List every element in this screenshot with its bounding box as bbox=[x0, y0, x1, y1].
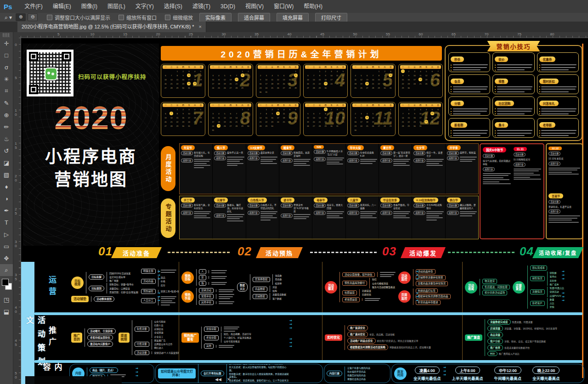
screen-mode-icon[interactable]: ⬓ bbox=[0, 305, 13, 317]
mindmap-node: 激活站内沉默客户 bbox=[87, 341, 116, 347]
tab-close-icon[interactable]: × bbox=[198, 22, 201, 32]
micro-text bbox=[219, 301, 234, 305]
option-button-打印尺寸[interactable]: 打印尺寸 bbox=[315, 13, 347, 22]
node-circle: 页面 监控 bbox=[398, 290, 411, 303]
overlay-close-icon[interactable]: ✕ bbox=[227, 377, 231, 382]
healing-brush-tool[interactable]: ⊕ bbox=[0, 109, 13, 121]
mindmap-node: 推广 目的活动曝光、引流获客老客持续运营转化激活站内沉默客户 bbox=[71, 328, 116, 347]
menu-文件(F)[interactable]: 文件(F) bbox=[19, 0, 47, 13]
node-children: 活动全面放量，提升转化预售商品尾款催付短信公众号模板消息服务号活动提醒及推送社群… bbox=[339, 272, 396, 302]
node-x: 营销活动/个人号裂变矩阵 bbox=[154, 351, 179, 354]
event-name: 6.18狂欢购物节 bbox=[413, 198, 438, 203]
crop-tool[interactable]: ⌗ bbox=[0, 85, 13, 97]
node-cluster: 如何提高公众号图文打开率！会打开率的标题提问互动式：阅读与自己有关的文章是每个人… bbox=[158, 364, 289, 383]
checkbox-icon[interactable] bbox=[165, 15, 170, 20]
node-x: 加购 bbox=[272, 289, 277, 292]
checkbox-icon[interactable] bbox=[47, 15, 52, 20]
mindmap-node: 活动流量营销活动/个人号裂变矩阵 bbox=[135, 350, 179, 356]
event-column: 年货节活动主题新年献大礼，年货提前购适用行业 bbox=[180, 144, 212, 194]
brush-tool[interactable]: ✏ bbox=[0, 121, 13, 133]
rewind-icon[interactable]: ◀◀ bbox=[215, 377, 221, 382]
mindmap-node: 免费/付费占比 bbox=[550, 287, 564, 289]
node-pill: 会打开率的标题 bbox=[201, 371, 224, 376]
menu-编辑(E)[interactable]: 编辑(E) bbox=[48, 0, 76, 13]
menu-文字(Y)[interactable]: 文字(Y) bbox=[130, 0, 159, 13]
send-time: 凌晨4:00 bbox=[415, 367, 440, 374]
node-x: 选品 bbox=[161, 276, 165, 279]
mindmap-node: 如何提高公众号图文打开率！会打开率的标题提问互动式：阅读与自己有关的文章是每个人… bbox=[158, 364, 289, 383]
year-end-event: 12.12活动主题12.12年末狂欢适用行业 bbox=[548, 147, 580, 190]
eyedropper-tool[interactable]: ✎ bbox=[0, 97, 13, 109]
micro-text bbox=[211, 270, 227, 273]
menu-视图(V)[interactable]: 视图(V) bbox=[240, 0, 269, 13]
quick-mask-icon[interactable]: ◳ bbox=[0, 294, 13, 305]
node-children: 流量渠道数据客户数据 bbox=[270, 293, 286, 300]
path-select-tool[interactable]: ▷ bbox=[0, 228, 13, 240]
option-button-适合屏幕[interactable]: 适合屏幕 bbox=[238, 13, 270, 22]
toolbar-grip[interactable] bbox=[3, 33, 10, 37]
node-x: 朋友圈广告 bbox=[154, 339, 166, 342]
menu-滤镜(T)[interactable]: 滤镜(T) bbox=[187, 0, 215, 13]
clone-stamp-tool[interactable]: ♨ bbox=[0, 133, 13, 145]
menu-图层(L)[interactable]: 图层(L) bbox=[102, 0, 130, 13]
event-column: 情人节活动主题爱你不止这一天适用行业 bbox=[213, 144, 245, 194]
node-x: 有价值的干货内容 bbox=[347, 370, 366, 373]
document-canvas[interactable]: 扫码可以获得小程序扶持 2020 小程序电商 营销地图 2020营销日历&全年营… bbox=[21, 38, 588, 384]
zoom-in-button[interactable]: ⊕ bbox=[16, 13, 26, 21]
move-tool[interactable]: ✛ bbox=[0, 37, 13, 49]
event-theme: 佳节气氛浓郁，花好月圆过中秋 bbox=[483, 159, 511, 166]
phase-cell: 推广 目的活动曝光、引流获客老客持续运营转化激活站内沉默客户渠道 梳理免费流量公… bbox=[69, 315, 179, 360]
option-button-填充屏幕[interactable]: 填充屏幕 bbox=[277, 13, 309, 22]
mindmap-node: 目标拆解回顾2019年活动效果设定同比增长率推广预算 bbox=[89, 272, 138, 282]
menu-图像(I)[interactable]: 图像(I) bbox=[76, 0, 102, 13]
event-name: 520 bbox=[314, 145, 324, 149]
blur-tool[interactable]: ♦ bbox=[0, 181, 13, 192]
node-x: 客户数据 bbox=[272, 297, 282, 300]
foreground-color-swatch[interactable] bbox=[2, 279, 9, 286]
node-x: 推广预算 bbox=[109, 279, 119, 282]
zoom-tool-icon[interactable]: ⌕ ▾ bbox=[5, 14, 12, 21]
option-button-实际像素[interactable]: 实际像素 bbox=[199, 13, 232, 22]
tip-label: 集卡 bbox=[495, 122, 508, 128]
calendar-month: 一二三四五六日123456789101112131415161718192021… bbox=[161, 102, 205, 136]
node-obox: 预售商品尾款催付 bbox=[342, 281, 367, 286]
zoom-out-button[interactable]: ⊖ bbox=[28, 13, 38, 21]
option-checkbox[interactable]: 缩放所有窗口 bbox=[119, 14, 157, 21]
menu-窗口(W)[interactable]: 窗口(W) bbox=[269, 0, 299, 13]
event-industry-row: 适用行业 bbox=[181, 211, 211, 219]
hand-tool[interactable]: ✥ bbox=[0, 252, 13, 264]
checkbox-icon[interactable] bbox=[119, 15, 124, 20]
option-checkbox[interactable]: 调整窗口大小以满屏显示 bbox=[47, 14, 110, 21]
event-theme: 京东618狂欢购物节 bbox=[426, 203, 443, 210]
menu-3D(D)[interactable]: 3D(D) bbox=[215, 0, 240, 13]
color-swatches[interactable] bbox=[0, 278, 13, 294]
magic-wand-tool[interactable]: ✳ bbox=[0, 73, 13, 85]
node-x: 个人微信号、好友消息推送 bbox=[224, 336, 251, 339]
node-obox: 活动商品 bbox=[141, 279, 156, 284]
option-checkbox[interactable]: 细微缩放 bbox=[165, 14, 193, 21]
node-cluster: 渠道 梳理免费流量公众号粉丝社群人员店铺会员全域资源企业员工付费流量朋友圈广告品… bbox=[119, 320, 179, 356]
history-brush-tool[interactable]: ↺ bbox=[0, 145, 13, 157]
zoom-tool[interactable]: ⌕ bbox=[0, 264, 13, 276]
tip-bullet: ▸ bbox=[539, 113, 577, 114]
gradient-tool[interactable]: ▧ bbox=[0, 169, 13, 181]
event-theme: 遇见女神之美 bbox=[260, 151, 274, 154]
event-column: 夏日节活动主题第一届“狂欢夏日节”，清凉一夏适用行业 bbox=[379, 144, 412, 194]
event-theme: 集福卡、猜灯谜，元宵佳节送好礼 bbox=[227, 203, 244, 213]
type-tool[interactable]: T bbox=[0, 216, 13, 228]
pen-tool[interactable]: ✒ bbox=[0, 204, 13, 216]
menu-选择(S)[interactable]: 选择(S) bbox=[159, 0, 187, 13]
menu-帮助(H)[interactable]: 帮助(H) bbox=[299, 0, 328, 13]
eraser-tool[interactable]: ◪ bbox=[0, 157, 13, 169]
shape-tool[interactable]: ▭ bbox=[0, 240, 13, 252]
text-lines bbox=[393, 158, 410, 166]
node-cluster: 活动 收尾物流发货售后跟进、问题处理积分兑换活动返场 bbox=[465, 279, 510, 296]
marketing-tips-panel: 营销小技巧 秒杀▸▸▸砍价▸▸▸优惠券▸▸▸▸会员▸▸▸预售▸▸▸限时折扣▸▸▸… bbox=[445, 45, 582, 141]
event-industry-row: 适用行业 bbox=[413, 158, 443, 166]
lasso-tool[interactable]: σ bbox=[0, 61, 13, 73]
tip-bullet: ▸ bbox=[451, 64, 488, 66]
dodge-tool[interactable]: ◑ bbox=[0, 192, 13, 204]
mindmap-node: 流量数据完成度免费流量、付费流量 bbox=[487, 319, 557, 325]
document-tab[interactable]: 2020小程序电商营销地图.jpg @ 12.5% (扫码可以获得小程序扶持, … bbox=[17, 22, 206, 32]
marquee-tool[interactable]: □ bbox=[0, 49, 13, 61]
